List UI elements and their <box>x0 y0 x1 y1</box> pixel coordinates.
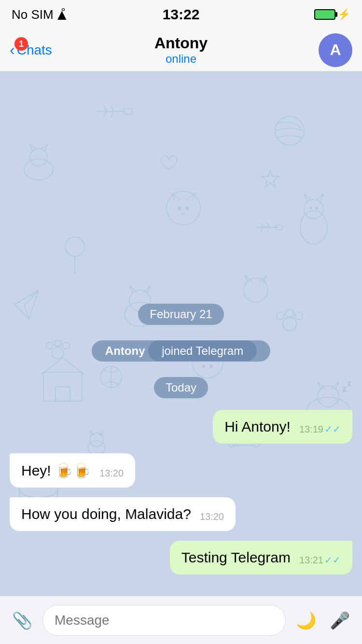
message-input-wrap[interactable] <box>42 605 286 636</box>
svg-point-17 <box>167 191 200 225</box>
nav-bar: 1 ‹ Chats Antony online A <box>0 29 362 71</box>
svg-point-0 <box>24 159 53 180</box>
status-right: ⚡ <box>314 8 350 21</box>
msg-time-1: 13:19 <box>299 424 323 435</box>
back-badge: 1 <box>14 37 28 51</box>
status-bar: No SIM ▲̊ 13:22 ⚡ <box>0 0 362 29</box>
today-badge-text: Today <box>154 377 208 398</box>
svg-point-12 <box>316 207 318 209</box>
msg-meta-1: 13:19 ✓✓ <box>299 423 341 435</box>
attach-button[interactable]: 📎 <box>9 607 36 634</box>
svg-line-5 <box>111 106 113 112</box>
bubble-out-4: Testing Telegram 13:21 ✓✓ <box>170 541 352 574</box>
sticker-button[interactable]: 🌙 <box>292 607 320 634</box>
battery-bolt-icon: ⚡ <box>337 8 350 21</box>
carrier-text: No SIM <box>12 7 54 22</box>
svg-line-6 <box>111 112 113 117</box>
msg-meta-2: 13:20 <box>99 468 124 479</box>
nav-center: Antony online <box>154 34 208 66</box>
status-left: No SIM ▲̊ <box>12 7 66 22</box>
msg-text-4: Testing Telegram <box>181 549 291 566</box>
svg-point-43 <box>65 237 84 256</box>
svg-point-9 <box>300 210 327 244</box>
wifi-icon: ▲̊ <box>57 8 66 21</box>
battery-indicator: ⚡ <box>314 8 350 21</box>
attach-icon: 📎 <box>12 611 32 630</box>
msg-time-2: 13:20 <box>99 468 124 478</box>
message-input[interactable] <box>55 613 274 628</box>
svg-line-39 <box>261 227 263 232</box>
today-badge: Today <box>10 377 352 398</box>
message-2: Hey! 🍺🍺 13:20 <box>10 453 352 488</box>
sticker-icon: 🌙 <box>296 611 316 630</box>
svg-point-19 <box>186 207 189 210</box>
mic-button[interactable]: 🎤 <box>326 607 353 634</box>
svg-line-41 <box>267 227 269 232</box>
system-message-text: Antony joined Telegram <box>92 340 270 362</box>
svg-line-38 <box>261 223 263 227</box>
date-badge-text: February 21 <box>138 304 223 325</box>
messages-container: February 21 Antony joined Telegram Today… <box>0 290 362 586</box>
battery-nub <box>335 12 337 17</box>
svg-point-1 <box>30 149 47 166</box>
status-time: 13:22 <box>163 6 200 23</box>
svg-point-18 <box>178 207 181 210</box>
msg-meta-4: 13:21 ✓✓ <box>299 554 341 566</box>
svg-point-42 <box>275 225 283 230</box>
read-receipt-4: ✓✓ <box>324 554 341 566</box>
svg-point-7 <box>123 108 133 115</box>
read-receipt-1: ✓✓ <box>324 423 341 435</box>
msg-time-4: 13:21 <box>299 555 323 566</box>
bubble-in-3: How you doing, Malavida? 13:20 <box>10 497 236 531</box>
msg-meta-3: 13:20 <box>200 511 224 522</box>
chat-area: z z <box>0 71 362 596</box>
contact-name: Antony <box>154 34 208 52</box>
input-bar: 📎 🌙 🎤 <box>0 596 362 644</box>
date-badge: February 21 <box>10 304 352 325</box>
message-3: How you doing, Malavida? 13:20 <box>10 497 352 531</box>
svg-line-4 <box>104 112 106 117</box>
message-4: Testing Telegram 13:21 ✓✓ <box>10 541 352 574</box>
bubble-out-1: Hi Antony! 13:19 ✓✓ <box>213 410 352 444</box>
msg-text-1: Hi Antony! <box>224 419 291 435</box>
msg-time-3: 13:20 <box>200 511 224 522</box>
msg-text-2: Hey! 🍺🍺 <box>21 462 91 479</box>
bubble-in-2: Hey! 🍺🍺 13:20 <box>10 453 135 488</box>
online-status: online <box>166 52 196 66</box>
battery-bar <box>314 9 335 20</box>
svg-point-8 <box>275 116 304 145</box>
message-1: Hi Antony! 13:19 ✓✓ <box>10 410 352 444</box>
msg-text-3: How you doing, Malavida? <box>21 506 191 522</box>
system-msg-suffix: joined Telegram <box>148 340 257 361</box>
back-button[interactable]: 1 ‹ Chats <box>10 41 52 59</box>
mic-icon: 🎤 <box>330 611 350 630</box>
svg-line-40 <box>267 223 269 227</box>
svg-point-11 <box>310 207 312 209</box>
system-msg-name: Antony <box>105 344 145 357</box>
avatar[interactable]: A <box>319 33 352 67</box>
svg-line-3 <box>104 106 106 112</box>
system-message: Antony joined Telegram <box>10 340 352 362</box>
svg-point-10 <box>304 199 323 219</box>
avatar-letter: A <box>330 41 341 59</box>
